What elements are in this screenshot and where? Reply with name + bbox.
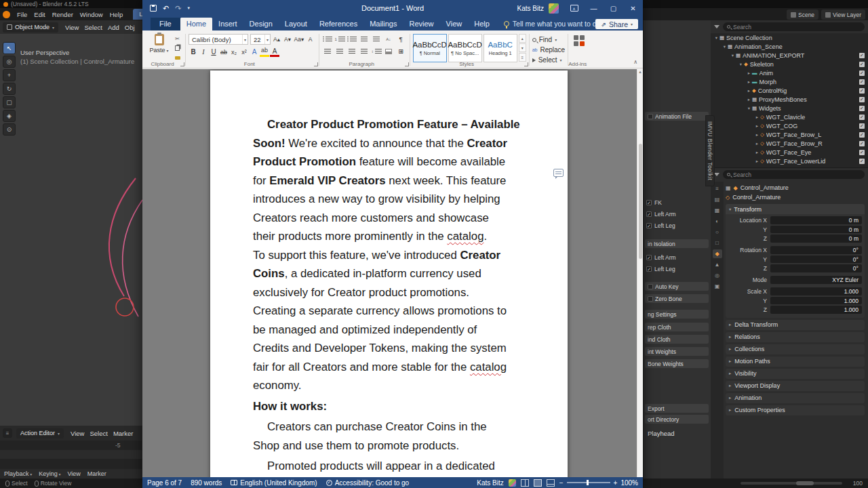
subscript-button[interactable]: x₂ <box>229 47 239 57</box>
property-field[interactable]: 0 m <box>770 216 862 224</box>
panel-header-motion-paths[interactable]: ▸Motion Paths <box>726 357 865 367</box>
align-center-button[interactable] <box>334 46 346 56</box>
scrollbar-thumb[interactable] <box>639 144 642 259</box>
zoom-level[interactable]: 100% <box>620 479 638 487</box>
tab-file[interactable]: File <box>151 18 180 30</box>
exclude-checkbox[interactable]: ✓ <box>859 70 865 76</box>
tab-design[interactable]: Design <box>243 18 279 30</box>
action-editor-menu-select[interactable]: Select <box>87 430 110 437</box>
toolkit-button[interactable]: in Isolation <box>645 239 709 248</box>
strikethrough-button[interactable]: ab <box>219 47 229 57</box>
action-editor-menu-marker[interactable]: Marker <box>111 430 136 437</box>
toolkit-button[interactable]: ort Directory <box>645 415 709 424</box>
action-editor-menu-view[interactable]: View <box>68 430 87 437</box>
find-button[interactable]: Find▾ <box>532 35 566 44</box>
disclosure-icon[interactable]: ▸ <box>754 123 760 129</box>
numbering-button[interactable]: 1 <box>334 34 346 44</box>
align-right-button[interactable] <box>347 46 358 56</box>
tell-me-box[interactable]: Tell me what you want to do <box>504 20 601 30</box>
properties-breadcrumb[interactable]: ▦◆Control_Armature <box>726 183 865 192</box>
outliner-search-input[interactable]: Search <box>723 22 865 31</box>
panel-header-visibility[interactable]: ▸Visibility <box>726 369 865 379</box>
exclude-checkbox[interactable]: ✓ <box>859 106 865 111</box>
menubar-item-edit[interactable]: Edit <box>31 10 48 19</box>
toolkit-button[interactable]: int Weights <box>645 347 709 356</box>
outliner-item[interactable]: ▾◆Skeleton✓ <box>711 60 868 68</box>
style-card-1[interactable]: AaBbCcD¶ Normal <box>413 34 447 62</box>
toolkit-button[interactable]: rep Cloth <box>645 323 709 331</box>
menubar-item-render[interactable]: Render <box>49 10 77 19</box>
tool-button[interactable]: ⊙ <box>3 123 16 136</box>
share-button[interactable]: ⇗Share▾ <box>595 19 638 29</box>
panel-header-viewport-display[interactable]: ▸Viewport Display <box>726 381 865 391</box>
disclosure-icon[interactable]: ▸ <box>754 159 760 164</box>
toolkit-checkbox[interactable]: ✓Left Arm <box>646 253 676 262</box>
view-layer-selector[interactable]: View Layer <box>821 9 865 20</box>
toolkit-checkbox[interactable]: ✓Left Leg <box>646 222 675 230</box>
tool-button[interactable]: + <box>3 69 16 81</box>
object-name-row[interactable]: ◇Control_Armature <box>726 192 865 202</box>
decrease-indent-button[interactable] <box>359 34 370 44</box>
line-spacing-button[interactable]: ↕ <box>371 46 382 56</box>
toolkit-checkbox[interactable]: ✓FK <box>646 199 662 207</box>
undo-button[interactable]: ↶ <box>163 4 169 13</box>
transform-panel-header[interactable]: ▾Transform <box>726 204 865 214</box>
editor-type-icon[interactable]: ≡ <box>3 428 12 438</box>
sort-button[interactable]: A↓ <box>383 34 395 44</box>
outliner-item[interactable]: ▸◇WGT_Clavicle✓ <box>711 113 868 121</box>
properties-tab[interactable]: □ <box>713 239 722 247</box>
toolkit-button[interactable]: Zero Bone <box>645 294 709 303</box>
change-case-button[interactable]: Aa▾ <box>293 35 305 45</box>
justify-button[interactable] <box>359 46 370 56</box>
outliner-item[interactable]: ▾▦Widgets✓ <box>711 104 868 113</box>
text-effects-button[interactable]: A <box>250 47 259 57</box>
properties-tab[interactable]: ○ <box>713 228 722 237</box>
tab-review[interactable]: Review <box>403 18 440 30</box>
tool-button[interactable]: ↖ <box>3 42 16 54</box>
property-field[interactable]: 1.000 <box>770 287 862 296</box>
grow-font-button[interactable]: A▴ <box>271 35 282 45</box>
zoom-out-button[interactable]: − <box>559 479 564 487</box>
panel-header-custom-properties[interactable]: ▸Custom Properties <box>726 405 865 415</box>
comment-icon[interactable] <box>553 169 564 177</box>
disclosure-icon[interactable]: ▾ <box>730 53 736 58</box>
minimize-button[interactable]: — <box>584 0 604 16</box>
disclosure-icon[interactable]: ▾ <box>746 106 752 111</box>
zoom-slider-thumb[interactable] <box>587 480 589 485</box>
blender-app-icon[interactable] <box>3 11 10 18</box>
menubar-item-window[interactable]: Window <box>77 10 106 19</box>
viewport-menu-view[interactable]: View <box>62 24 81 31</box>
property-field[interactable]: 0 m <box>770 226 862 234</box>
disclosure-icon[interactable]: ▾ <box>713 35 719 41</box>
document-canvas[interactable]: Creator Product Promotion Feature – Avai… <box>142 69 643 477</box>
save-button[interactable] <box>150 5 157 12</box>
disclosure-icon[interactable]: ▸ <box>754 141 760 146</box>
toolkit-button[interactable]: Bone Weights <box>645 359 709 368</box>
clear-formatting-button[interactable]: A <box>305 35 316 45</box>
scroll-up-arrow[interactable]: ▲ <box>637 70 643 74</box>
toolkit-button[interactable]: ng Settings <box>645 310 709 319</box>
filter-icon[interactable] <box>714 25 719 28</box>
replace-button[interactable]: abReplace <box>532 45 566 54</box>
toolkit-checkbox[interactable]: ✓Left Arm <box>646 210 676 218</box>
toolkit-button[interactable]: Animation File <box>645 112 709 121</box>
font-size-combo[interactable]: 22▾ <box>250 34 271 45</box>
user-avatar[interactable] <box>549 3 559 14</box>
properties-tab[interactable]: ▣ <box>713 282 722 291</box>
timeline-control-keying[interactable]: Keying ▾ <box>39 470 60 477</box>
disclosure-icon[interactable]: ▸ <box>754 115 760 120</box>
select-button[interactable]: Select▾ <box>532 56 566 64</box>
outliner-item[interactable]: ▾▦Animation_Scene <box>711 42 868 51</box>
properties-tab[interactable]: ▤ <box>713 195 722 204</box>
toolkit-checkbox[interactable]: ✓Left Leg <box>646 265 675 273</box>
document-page[interactable]: Creator Product Promotion Feature – Avai… <box>210 70 568 477</box>
properties-filter-icon[interactable] <box>714 173 719 176</box>
menubar-item-help[interactable]: Help <box>106 10 127 19</box>
page-indicator[interactable]: Page 6 of 7 <box>147 479 182 487</box>
disclosure-icon[interactable]: ▸ <box>754 132 760 138</box>
zoom-in-button[interactable]: + <box>614 479 618 487</box>
viewport-menu-add[interactable]: Add <box>105 24 122 31</box>
maximize-button[interactable]: ▢ <box>604 0 623 16</box>
tab-insert[interactable]: Insert <box>212 18 243 30</box>
exclude-checkbox[interactable]: ✓ <box>859 79 865 85</box>
